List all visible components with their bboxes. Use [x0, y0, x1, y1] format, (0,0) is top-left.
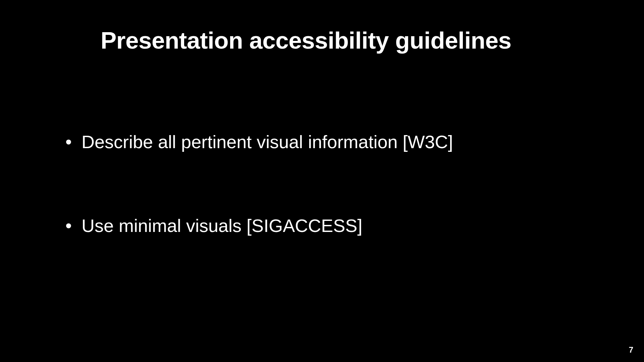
- bullet-item: Use minimal visuals [SIGACCESS]: [65, 215, 644, 237]
- slide-title: Presentation accessibility guidelines: [0, 0, 644, 54]
- bullet-list: Describe all pertinent visual informatio…: [0, 54, 644, 237]
- bullet-item: Describe all pertinent visual informatio…: [65, 131, 644, 153]
- page-number: 7: [629, 345, 633, 355]
